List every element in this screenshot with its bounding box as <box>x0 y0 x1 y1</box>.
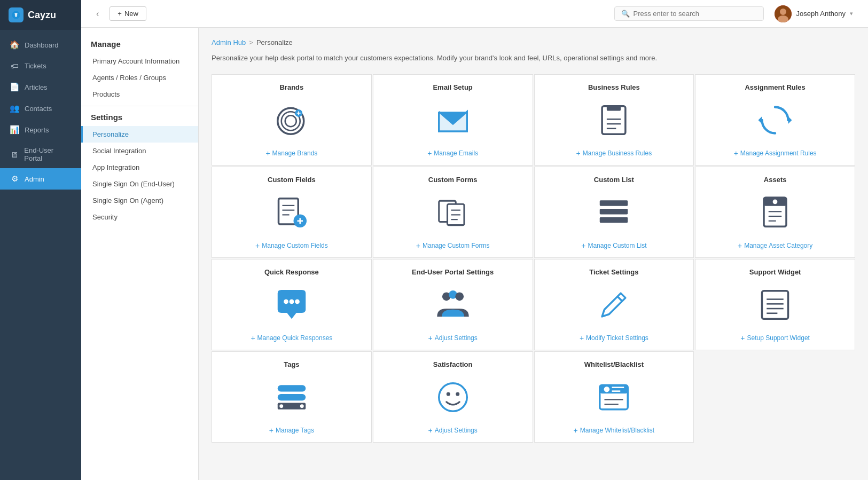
card-custom-list-title: Custom List <box>541 176 687 184</box>
sidebar: Cayzu 🏠 Dashboard 🏷 Tickets 📄 Articles 👥… <box>0 0 81 480</box>
sidebar-item-label: Articles <box>25 83 48 91</box>
card-ticket-settings[interactable]: Ticket Settings + Modify Ticket Settings <box>534 259 694 350</box>
left-panel-item-security[interactable]: Security <box>81 209 198 225</box>
app-logo[interactable]: Cayzu <box>0 0 81 30</box>
reports-icon: 📊 <box>10 125 19 135</box>
card-end-user-portal-settings-action[interactable]: + Adjust Settings <box>428 334 478 342</box>
sidebar-item-label: Reports <box>25 126 49 134</box>
card-end-user-portal-settings-title: End-User Portal Settings <box>380 268 526 276</box>
card-end-user-portal-settings[interactable]: End-User Portal Settings + Adjust Settin… <box>373 259 533 350</box>
card-custom-fields-title: Custom Fields <box>218 176 365 184</box>
sidebar-item-articles[interactable]: 📄 Articles <box>0 76 81 98</box>
card-business-rules-action[interactable]: + Manage Business Rules <box>576 149 652 158</box>
card-custom-list[interactable]: Custom List + Manage Custom List <box>534 167 694 258</box>
content-area: Manage Primary Account Information Agent… <box>81 28 868 480</box>
left-panel-item-app-integration[interactable]: App Integration <box>81 159 198 176</box>
card-custom-fields-action[interactable]: + Manage Custom Fields <box>255 241 328 250</box>
card-email-setup[interactable]: Email Setup + Manage Emails <box>373 74 533 166</box>
card-brands[interactable]: Brands + Manage Brands <box>212 74 372 166</box>
card-quick-response-action[interactable]: + Manage Quick Responses <box>251 334 332 342</box>
svg-point-44 <box>455 292 464 301</box>
sidebar-item-label: End-User Portal <box>24 146 72 162</box>
card-ticket-settings-action[interactable]: + Modify Ticket Settings <box>580 334 648 342</box>
svg-point-57 <box>446 392 450 396</box>
sidebar-item-label: Contacts <box>25 105 52 113</box>
sidebar-item-dashboard[interactable]: 🏠 Dashboard <box>0 34 81 56</box>
search-box[interactable]: 🔍 <box>614 6 764 21</box>
card-quick-response-title: Quick Response <box>218 268 365 276</box>
svg-rect-30 <box>600 200 628 206</box>
page-description: Personalize your help desk portal to mat… <box>212 53 855 64</box>
main-container: ‹ + New 🔍 Joseph Anthony ▾ Manage Primar… <box>81 0 868 480</box>
portal-icon: 🖥 <box>10 150 19 159</box>
card-whitelist-blacklist[interactable]: Whitelist/Blacklist + <box>534 351 694 443</box>
card-custom-list-action[interactable]: + Manage Custom List <box>581 241 646 250</box>
card-assets[interactable]: Assets + Manage Asset Categ <box>695 167 855 258</box>
card-custom-forms[interactable]: Custom Forms + Manage Custom Forms <box>373 167 533 258</box>
plus-icon: + <box>428 334 433 342</box>
user-menu[interactable]: Joseph Anthony ▾ <box>770 3 857 25</box>
sidebar-item-label: Tickets <box>25 62 46 70</box>
card-whitelist-blacklist-action[interactable]: + Manage Whitelist/Blacklist <box>574 426 655 435</box>
card-tags-action[interactable]: + Manage Tags <box>269 426 314 435</box>
right-content: Admin Hub > Personalize Personalize your… <box>199 28 868 480</box>
card-custom-forms-title: Custom Forms <box>380 176 526 184</box>
card-business-rules[interactable]: Business Rules + Manage Business Rules <box>534 74 694 166</box>
card-assets-title: Assets <box>702 176 848 184</box>
plus-icon: + <box>416 241 420 250</box>
search-input[interactable] <box>633 10 757 18</box>
card-brands-action[interactable]: + Manage Brands <box>265 149 317 158</box>
left-panel-item-personalize[interactable]: Personalize <box>81 126 198 143</box>
tickets-icon: 🏷 <box>10 61 19 70</box>
whitelist-blacklist-icon <box>592 376 635 419</box>
sidebar-item-end-user-portal[interactable]: 🖥 End-User Portal <box>0 140 81 168</box>
card-tags[interactable]: Tags + Manage Tags <box>212 351 372 443</box>
plus-icon: + <box>574 426 578 435</box>
svg-point-61 <box>604 386 610 392</box>
left-panel-item-sso-agent[interactable]: Single Sign On (Agent) <box>81 192 198 209</box>
contacts-icon: 👥 <box>10 104 19 113</box>
new-button[interactable]: + New <box>110 6 146 21</box>
svg-rect-51 <box>278 385 306 391</box>
card-custom-forms-action[interactable]: + Manage Custom Forms <box>416 241 490 250</box>
back-button[interactable]: ‹ <box>92 7 103 21</box>
plus-icon: + <box>576 149 581 158</box>
panel-divider <box>81 106 198 106</box>
card-ticket-settings-title: Ticket Settings <box>541 268 687 276</box>
sidebar-item-reports[interactable]: 📊 Reports <box>0 119 81 140</box>
svg-point-3 <box>780 9 786 15</box>
sidebar-item-admin[interactable]: ⚙ Admin <box>0 168 81 190</box>
tags-icon <box>270 376 313 419</box>
card-quick-response[interactable]: Quick Response + Manage Quick Responses <box>212 259 372 350</box>
left-panel-item-agents-roles-groups[interactable]: Agents / Roles / Groups <box>81 69 198 86</box>
sidebar-item-contacts[interactable]: 👥 Contacts <box>0 98 81 119</box>
card-email-setup-action[interactable]: + Manage Emails <box>427 149 478 158</box>
plus-icon: + <box>255 241 260 250</box>
svg-rect-32 <box>600 217 628 223</box>
email-setup-icon <box>432 99 474 141</box>
card-satisfaction[interactable]: Satisfaction + Adjust Settings <box>373 351 533 443</box>
card-assignment-rules-action[interactable]: + Manage Assignment Rules <box>734 149 817 158</box>
card-brands-title: Brands <box>218 83 365 91</box>
card-email-setup-title: Email Setup <box>380 83 526 91</box>
svg-point-58 <box>456 392 459 396</box>
card-support-widget-action[interactable]: + Setup Support Widget <box>740 334 810 342</box>
card-support-widget[interactable]: Support Widget + Setup Support Widget <box>695 259 855 350</box>
sidebar-item-tickets[interactable]: 🏷 Tickets <box>0 56 81 76</box>
card-assets-action[interactable]: + Manage Asset Category <box>738 241 812 250</box>
left-panel-item-social-integration[interactable]: Social Integration <box>81 143 198 159</box>
left-panel-item-products[interactable]: Products <box>81 86 198 103</box>
satisfaction-icon <box>432 376 474 419</box>
topbar: ‹ + New 🔍 Joseph Anthony ▾ <box>81 0 868 28</box>
manage-section-title: Manage <box>81 36 198 53</box>
card-assignment-rules[interactable]: Assignment Rules + Manage Assignment Rul… <box>695 74 855 166</box>
card-satisfaction-action[interactable]: + Adjust Settings <box>428 426 478 435</box>
left-panel-item-sso-end-user[interactable]: Single Sign On (End-User) <box>81 176 198 192</box>
quick-response-icon <box>270 284 313 326</box>
left-panel-item-primary-account[interactable]: Primary Account Information <box>81 53 198 69</box>
breadcrumb-parent[interactable]: Admin Hub <box>212 38 246 46</box>
card-custom-fields[interactable]: Custom Fields + <box>212 167 372 258</box>
custom-list-icon <box>592 191 635 234</box>
search-icon: 🔍 <box>621 10 630 18</box>
breadcrumb-separator: > <box>249 38 253 46</box>
